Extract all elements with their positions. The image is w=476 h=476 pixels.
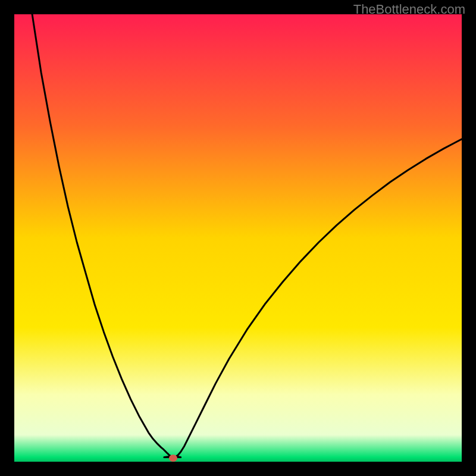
bottleneck-chart <box>14 14 462 462</box>
chart-frame <box>14 14 462 462</box>
optimum-marker <box>169 455 177 462</box>
gradient-bg <box>14 14 462 462</box>
